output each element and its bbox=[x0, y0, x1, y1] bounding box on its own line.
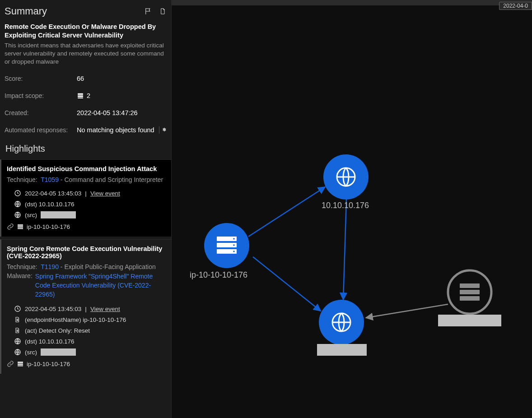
hl1-time-row: 2022-04-05 13:45:03 | View event bbox=[7, 188, 166, 199]
hl2-malware-link[interactable]: Spring Framework "Spring4Shell" Remote C… bbox=[35, 272, 166, 299]
created-label: Created: bbox=[5, 109, 77, 116]
timeline-strip[interactable] bbox=[172, 0, 532, 5]
hl2-dst-row: (dst) 10.10.10.176 bbox=[7, 336, 166, 347]
node-globe-top-label: 10.10.10.176 bbox=[322, 201, 369, 210]
impact-count: 2 bbox=[87, 92, 90, 99]
left-panel: Summary Remote Code Execution Or Malware… bbox=[0, 0, 172, 418]
edge-server-to-globe1[interactable] bbox=[248, 187, 325, 237]
clock-icon bbox=[14, 305, 21, 312]
svg-rect-28 bbox=[460, 290, 480, 294]
hl2-view-event-link[interactable]: View event bbox=[90, 306, 120, 312]
summary-header: Summary bbox=[5, 5, 167, 17]
gear-icon[interactable] bbox=[159, 126, 166, 134]
flag-icon[interactable] bbox=[144, 7, 152, 16]
hl2-title: Spring Core Remote Code Execution Vulner… bbox=[7, 245, 166, 260]
document-icon[interactable] bbox=[159, 7, 167, 16]
node-server-secondary[interactable] bbox=[448, 270, 491, 314]
highlights-heading: Highlights bbox=[0, 142, 171, 159]
hl1-technique-link[interactable]: T1059 bbox=[41, 176, 59, 183]
svg-point-19 bbox=[233, 238, 235, 240]
node-globe-top[interactable] bbox=[323, 154, 369, 200]
hl2-malware: Malware: Spring Framework "Spring4Shell"… bbox=[7, 272, 166, 299]
edge-globe1-to-globe2[interactable] bbox=[343, 199, 346, 300]
redacted-ip bbox=[41, 348, 76, 356]
hl2-technique-link[interactable]: T1190 bbox=[41, 263, 59, 270]
node-server-primary[interactable] bbox=[204, 223, 249, 268]
autoresp-row: Automated responses: No matching objects… bbox=[5, 126, 167, 134]
link-icon bbox=[7, 360, 14, 367]
svg-point-21 bbox=[233, 251, 235, 252]
document-icon bbox=[14, 327, 21, 334]
svg-rect-29 bbox=[460, 296, 480, 301]
node-globe-bottom[interactable] bbox=[319, 300, 364, 345]
impact-value: 2 bbox=[77, 92, 90, 99]
svg-point-20 bbox=[233, 244, 235, 246]
created-value: 2022-04-05 13:47:26 bbox=[77, 109, 138, 116]
score-label: Score: bbox=[5, 75, 77, 82]
globe-icon bbox=[14, 348, 21, 356]
svg-rect-14 bbox=[18, 365, 23, 366]
svg-rect-6 bbox=[18, 225, 23, 226]
score-row: Score: 66 bbox=[5, 75, 167, 82]
incident-title: Remote Code Execution Or Malware Dropped… bbox=[5, 23, 167, 40]
redacted-ip bbox=[41, 211, 76, 218]
svg-rect-8 bbox=[18, 228, 23, 229]
hl1-host-row: ip-10-10-10-176 bbox=[7, 220, 166, 230]
globe-icon bbox=[14, 211, 21, 218]
hl1-technique: Technique: T1059 - Command and Scripting… bbox=[7, 176, 166, 183]
graph-svg[interactable] bbox=[172, 6, 532, 418]
summary-heading: Summary bbox=[5, 5, 47, 17]
hl1-title: Identified Suspicious Command Injection … bbox=[7, 165, 166, 172]
impact-label: Impact scope: bbox=[5, 92, 77, 99]
edge-server2-to-globe2[interactable] bbox=[366, 304, 448, 318]
hl2-technique: Technique: T1190 - Exploit Public-Facing… bbox=[7, 263, 166, 270]
hl2-src-row: (src) bbox=[7, 347, 166, 358]
edge-server-to-globe2[interactable] bbox=[253, 257, 321, 311]
node-server-secondary-label-redacted bbox=[438, 315, 501, 326]
graph-canvas[interactable]: 2022-04-0 bbox=[172, 0, 532, 418]
server-icon bbox=[77, 92, 84, 99]
hl1-details: 2022-04-05 13:45:03 | View event (dst) 1… bbox=[7, 188, 166, 220]
hl2-time-row: 2022-04-05 13:45:03 | View event bbox=[7, 303, 166, 314]
globe-icon bbox=[14, 338, 21, 345]
hl2-ep-row: (endpointHostName) ip-10-10-10-176 bbox=[7, 314, 166, 325]
autoresp-value: No matching objects found bbox=[77, 126, 166, 134]
link-icon bbox=[7, 223, 14, 230]
node-globe-bottom-label-redacted bbox=[317, 344, 367, 356]
globe-icon bbox=[14, 200, 21, 208]
node-server-primary-label: ip-10-10-10-176 bbox=[190, 270, 247, 280]
autoresp-label: Automated responses: bbox=[5, 126, 77, 134]
incident-description: This incident means that adversaries hav… bbox=[5, 42, 167, 66]
hl1-src-row: (src) bbox=[7, 209, 166, 220]
svg-rect-0 bbox=[78, 93, 83, 95]
summary-header-actions bbox=[144, 7, 167, 16]
hl1-view-event-link[interactable]: View event bbox=[90, 190, 120, 197]
server-icon bbox=[17, 223, 24, 230]
svg-rect-1 bbox=[78, 96, 83, 97]
created-row: Created: 2022-04-05 13:47:26 bbox=[5, 109, 167, 116]
svg-rect-27 bbox=[460, 283, 480, 288]
svg-rect-2 bbox=[78, 98, 83, 98]
hl1-dst-row: (dst) 10.10.10.176 bbox=[7, 199, 166, 209]
highlight-card-2[interactable]: Spring Core Remote Code Execution Vulner… bbox=[0, 239, 171, 374]
svg-rect-12 bbox=[18, 362, 23, 363]
hl2-act-row: (act) Detect Only: Reset bbox=[7, 325, 166, 336]
summary-section: Summary Remote Code Execution Or Malware… bbox=[0, 0, 171, 142]
hl2-host-row: ip-10-10-10-176 bbox=[7, 358, 166, 367]
clock-icon bbox=[14, 190, 21, 197]
impact-row: Impact scope: 2 bbox=[5, 92, 167, 99]
document-icon bbox=[14, 316, 21, 323]
svg-rect-7 bbox=[18, 227, 23, 228]
score-value: 66 bbox=[77, 75, 84, 82]
svg-rect-13 bbox=[18, 363, 23, 365]
highlight-card-1[interactable]: Identified Suspicious Command Injection … bbox=[0, 159, 171, 237]
hl2-details: 2022-04-05 13:45:03 | View event (endpoi… bbox=[7, 303, 166, 358]
server-icon bbox=[17, 360, 24, 367]
